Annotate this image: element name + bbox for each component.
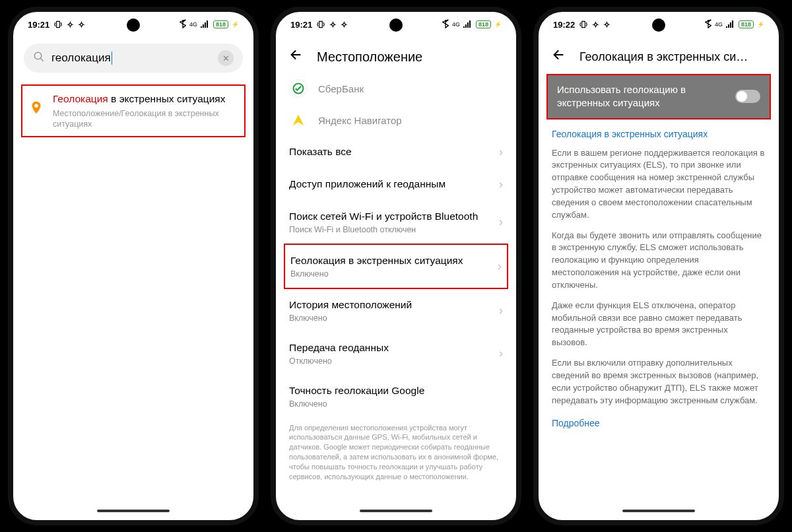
dnd-icon-2: ✧ [341, 20, 348, 30]
app-row-yandex-nav[interactable]: Яндекс Навигатор [276, 104, 516, 136]
chevron-right-icon: › [498, 259, 502, 273]
charging-icon: ⚡ [232, 21, 239, 28]
back-button[interactable] [552, 48, 566, 66]
signal-icon [726, 20, 735, 29]
search-input[interactable]: геолокация ✕ [24, 44, 243, 73]
location-pin-icon [28, 99, 45, 116]
battery-indicator: 818 [213, 20, 228, 28]
els-toggle-row[interactable]: Использовать геолокацию в экстренных сит… [546, 74, 771, 119]
dnd-icon-2: ✧ [603, 20, 610, 30]
status-time: 19:21 [28, 20, 50, 30]
charging-icon: ⚡ [757, 21, 764, 28]
header: Геолокация в экстренных си… [539, 37, 779, 73]
description-p4: Если вы включили отправку дополнительных… [539, 353, 779, 411]
learn-more-link[interactable]: Подробнее [539, 411, 779, 435]
app-row-sberbank[interactable]: СберБанк [276, 73, 516, 104]
setting-wifi-bt-scan[interactable]: Поиск сетей Wi-Fi и устройств Bluetooth … [276, 201, 516, 244]
chevron-right-icon: › [499, 215, 503, 229]
setting-location-history[interactable]: История местоположений Включено › [276, 289, 516, 332]
search-result-els[interactable]: Геолокация в экстренных ситуациях Местоп… [21, 84, 246, 137]
network-label: 4G [189, 21, 197, 28]
network-label: 4G [715, 21, 723, 28]
setting-location-sharing[interactable]: Передача геоданных Отключено › [276, 332, 516, 375]
status-time: 19:21 [290, 20, 312, 30]
dnd-icon-2: ✧ [78, 20, 85, 30]
battery-indicator: 818 [739, 20, 754, 28]
result-title: Геолокация в экстренных ситуациях [53, 92, 239, 106]
battery-indicator: 818 [476, 20, 491, 28]
description-p1: Если в вашем регионе поддерживается геол… [539, 143, 779, 226]
notch [389, 18, 403, 32]
vibrate-icon [579, 20, 588, 29]
chevron-right-icon: › [499, 178, 503, 191]
search-query-text: геолокация [51, 51, 211, 65]
chevron-right-icon: › [499, 347, 503, 360]
bluetooth-icon [705, 19, 711, 30]
yandex-nav-icon [289, 111, 308, 129]
setting-google-accuracy[interactable]: Точность геолокации Google Включено [276, 375, 516, 418]
notch [127, 18, 140, 32]
header: Местоположение [276, 37, 516, 73]
description-p2: Когда вы будете звонить или отправлять с… [539, 226, 779, 296]
signal-icon [201, 20, 210, 29]
app-label: СберБанк [318, 83, 364, 94]
nav-bar[interactable] [539, 502, 779, 520]
phone-frame-1: 19:21 ✧ ✧ 4G 818 ⚡ геолокация [8, 7, 259, 525]
setting-app-access[interactable]: Доступ приложений к геоданным › [276, 168, 516, 201]
app-label: Яндекс Навигатор [318, 115, 402, 126]
phone-frame-3: 19:22 ✧ ✧ 4G 818 ⚡ Геолокация в экстренн… [533, 7, 784, 525]
bluetooth-icon [180, 19, 186, 30]
svg-line-1 [40, 58, 44, 61]
dnd-icon: ✧ [67, 20, 74, 30]
page-title: Геолокация в экстренных си… [579, 50, 748, 64]
chevron-right-icon: › [499, 304, 503, 317]
toggle-label: Использовать геолокацию в экстренных сит… [557, 83, 729, 110]
back-button[interactable] [289, 48, 304, 66]
status-time: 19:22 [553, 20, 575, 30]
page-title: Местоположение [317, 50, 422, 65]
result-path: Местоположение/Геолокация в экстренных с… [53, 108, 239, 130]
description-p3: Даже если функция ELS отключена, операто… [539, 296, 779, 353]
charging-icon: ⚡ [494, 21, 502, 28]
chevron-right-icon: › [499, 145, 503, 159]
signal-icon [463, 20, 473, 29]
search-icon [33, 51, 45, 65]
dnd-icon: ✧ [592, 20, 599, 30]
section-title: Геолокация в экстренных ситуациях [539, 119, 779, 143]
toggle-switch[interactable] [735, 90, 760, 103]
setting-show-all[interactable]: Показать все › [276, 136, 516, 168]
network-label: 4G [452, 21, 460, 28]
svg-point-0 [34, 52, 42, 59]
vibrate-icon [53, 20, 63, 29]
setting-emergency-location[interactable]: Геолокация в экстренных ситуациях Включе… [284, 244, 508, 289]
phone-frame-2: 19:21 ✧ ✧ 4G 818 ⚡ Местоположение [271, 7, 521, 525]
bluetooth-icon [442, 19, 449, 30]
nav-bar[interactable] [13, 502, 253, 520]
notch [652, 18, 665, 32]
footnote-text: Для определения местоположения устройств… [276, 418, 516, 487]
dnd-icon: ✧ [329, 20, 337, 30]
clear-search-button[interactable]: ✕ [218, 50, 234, 66]
nav-bar[interactable] [276, 502, 516, 520]
sberbank-icon [289, 79, 308, 98]
vibrate-icon [316, 20, 325, 29]
